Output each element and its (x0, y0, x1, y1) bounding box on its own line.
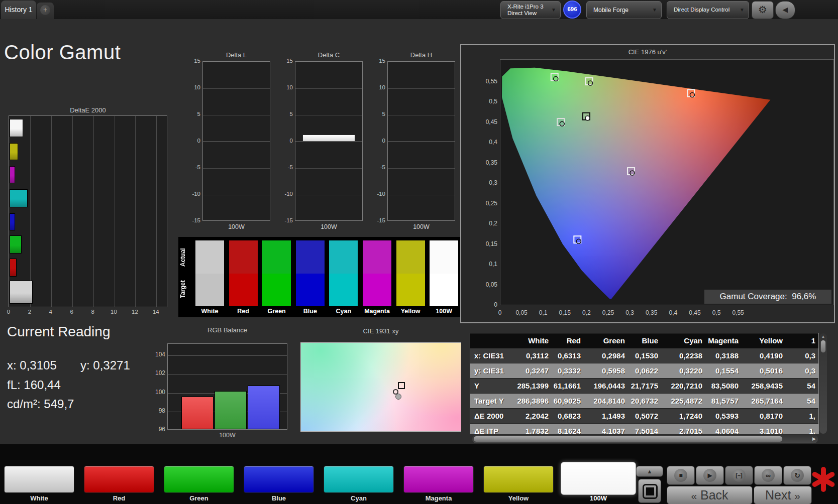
pattern-window-button[interactable] (638, 479, 661, 503)
gridline (388, 115, 455, 115)
swatch-target (329, 274, 358, 307)
swatch-blue (296, 240, 325, 306)
chevron-down-icon[interactable]: ▼ (651, 7, 658, 14)
delta-y-tick: -5 (370, 164, 385, 170)
table-cell: 0,3188 (706, 348, 739, 363)
measurement-count-badge[interactable]: 696 (563, 1, 581, 19)
workflow-dropdown[interactable]: Direct Display Control ▼ (667, 1, 749, 19)
table-cell: 83,5080 (706, 379, 739, 394)
table-horizontal-scrollbar[interactable]: ▶ (472, 435, 818, 443)
cie1976-x-tick: 0 (490, 309, 510, 316)
table-cell: 21,7175 (629, 379, 658, 394)
table-row: ΔE 20002,20420,68231,14930,50721,72400,5… (470, 409, 819, 424)
pattern-button-red[interactable] (84, 466, 154, 493)
cie1976-y-tick: 0,05 (476, 281, 497, 288)
swatch-yellow (396, 240, 425, 306)
next-button[interactable]: Next » (754, 486, 812, 504)
pattern-button-magenta[interactable] (403, 466, 474, 493)
cie1976-y-tick: 0,5 (476, 98, 497, 105)
cie1976-y-tick: 0,45 (476, 118, 497, 125)
pattern-button-blue[interactable] (244, 466, 314, 493)
cie1976-x-tick: 0,35 (642, 309, 662, 316)
pattern-label: 100W (561, 494, 636, 502)
deltae-x-tick: 10 (108, 309, 120, 315)
pattern-button-green[interactable] (164, 466, 234, 493)
table-cell: 4,1037 (585, 424, 625, 434)
meter-status-stripe (503, 3, 505, 16)
table-row: x: CIE310,31120,63130,29840,15300,22380,… (470, 348, 819, 363)
pattern-size-button[interactable]: [–] (725, 466, 753, 485)
source-dropdown[interactable]: Mobile Forge ▼ (586, 1, 662, 19)
deltae-bar-magenta (10, 166, 15, 183)
table-vertical-scrollbar[interactable]: ▲ (819, 333, 827, 434)
plus-icon[interactable]: + (40, 5, 50, 15)
rgb-bar-red (181, 397, 214, 429)
stop-button[interactable]: ■ (667, 466, 695, 485)
delta-y-tick: 10 (370, 84, 385, 90)
swatch-actual (329, 240, 358, 274)
gridline (135, 116, 136, 307)
current-reading-cdm2: cd/m²: 549,7 (7, 397, 74, 411)
scroll-right-icon[interactable]: ▶ (812, 436, 816, 441)
table-cell: 0,5958 (585, 363, 625, 379)
cie1931-title: CIE 1931 xy (300, 327, 461, 335)
pattern-button-cyan[interactable] (324, 466, 394, 493)
pattern-window-up-button[interactable]: ▲ (636, 466, 663, 477)
swatch-actual (229, 240, 258, 274)
settings-button[interactable]: ⚙ (752, 1, 774, 19)
delta-y-tick: -5 (278, 164, 293, 170)
workflow-status-stripe (669, 3, 671, 16)
cie1976-chart (500, 59, 834, 305)
table-hscroll-thumb[interactable] (473, 436, 783, 442)
delta-x-label: 100W (387, 223, 455, 230)
continuous-measure-button[interactable]: ∞ (754, 466, 782, 485)
target-row-label: Target (179, 273, 188, 305)
swatch-actual (363, 240, 391, 274)
tab-history-1[interactable]: History 1 (1, 1, 36, 19)
table-cell: 0,1530 (629, 348, 658, 363)
table-cell: 225,4872 (662, 394, 702, 409)
deltae-x-tick: 12 (129, 309, 141, 315)
delta-y-tick: 10 (278, 84, 293, 90)
chevron-down-icon[interactable]: ▼ (739, 7, 746, 14)
gridline (72, 116, 73, 307)
pattern-button-white[interactable] (4, 466, 74, 493)
swatch-red (229, 240, 258, 306)
delta-y-tick: 15 (278, 58, 293, 64)
play-icon: ▶ (703, 469, 716, 482)
table-header-cell: Green (585, 333, 625, 348)
source-status-stripe (589, 3, 591, 16)
pattern-button-yellow[interactable] (483, 466, 554, 493)
swatch-cyan (329, 240, 358, 306)
swatch-actual (396, 240, 425, 274)
table-cell: 285,1399 (509, 379, 549, 394)
gridline (115, 116, 115, 307)
table-cell: 1,7832 (509, 424, 549, 434)
add-tab[interactable]: + (37, 3, 54, 19)
cie1931-previous-marker (395, 394, 401, 400)
play-button[interactable]: ▶ (696, 466, 724, 485)
table-cell: 0,6313 (553, 348, 581, 363)
meter-dropdown[interactable]: X-Rite i1Pro 3Direct View ▼ (500, 1, 561, 19)
table-vscroll-thumb[interactable] (820, 340, 826, 353)
zero-line (388, 142, 455, 142)
back-button[interactable]: « Back (667, 486, 753, 504)
pattern-button-100w[interactable] (561, 462, 636, 495)
table-row: y: CIE310,32470,33320,59580,06220,32200,… (470, 363, 819, 379)
cie1976-y-tick: 0,4 (476, 139, 497, 146)
swatch-actual (262, 240, 291, 274)
window-fill-icon (646, 487, 654, 495)
delta-chart-title: Delta H (387, 51, 455, 59)
refresh-button[interactable]: ↻ (783, 466, 811, 485)
table-header-cell: Red (553, 333, 581, 348)
deltae-bar-white (10, 281, 33, 304)
cie1976-y-tick: 0,25 (476, 200, 497, 207)
window-frame-icon (643, 484, 658, 499)
collapse-panel-button[interactable]: ◀ (775, 1, 795, 19)
table-header-row: WhiteRedGreenBlueCyanMagentaYellow1 (470, 333, 819, 348)
delta-l-chart (202, 61, 270, 221)
chevron-down-icon[interactable]: ▼ (550, 7, 557, 14)
gridline (203, 195, 270, 195)
scroll-up-icon[interactable]: ▲ (820, 334, 826, 339)
delta-x-label: 100W (202, 223, 270, 230)
